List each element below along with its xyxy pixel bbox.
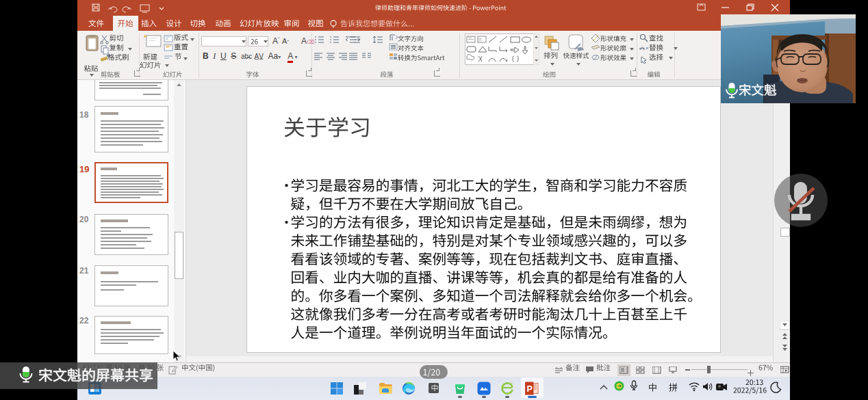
svg-text:P: P	[526, 384, 532, 394]
